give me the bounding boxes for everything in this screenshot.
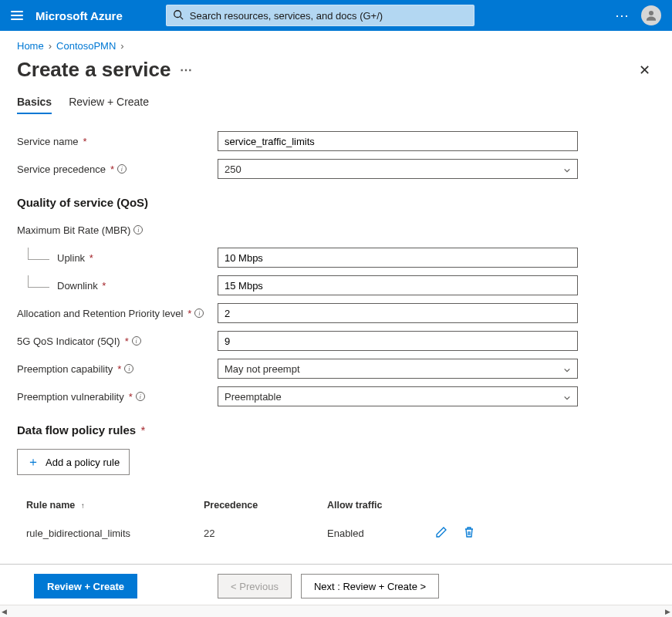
breadcrumb-contosopmn[interactable]: ContosoPMN — [56, 40, 116, 52]
svg-line-1 — [180, 16, 183, 19]
service-precedence-value: 250 — [225, 164, 241, 175]
search-icon — [173, 9, 184, 22]
downlink-input[interactable] — [218, 275, 578, 295]
info-icon[interactable]: i — [133, 225, 143, 234]
tree-branch-icon — [28, 248, 49, 260]
col-rule-name[interactable]: Rule name — [26, 500, 75, 511]
col-precedence[interactable]: Precedence — [204, 500, 327, 511]
next-button[interactable]: Next : Review + Create > — [301, 574, 439, 598]
rules-table: Rule name ↑ Precedence Allow traffic rul… — [17, 492, 655, 548]
label-uplink: Uplink — [57, 252, 85, 264]
info-icon[interactable]: i — [132, 336, 141, 346]
cell-allow: Enabled — [327, 528, 435, 539]
sort-asc-icon: ↑ — [81, 501, 85, 510]
topbar: Microsoft Azure ⋯ — [0, 0, 672, 31]
service-precedence-select[interactable]: 250 — [218, 159, 578, 179]
add-policy-rule-label: Add a policy rule — [46, 457, 120, 468]
section-dataflow-title: Data flow policy rules — [17, 423, 136, 437]
chevron-right-icon: › — [120, 40, 123, 52]
col-allow-traffic[interactable]: Allow traffic — [327, 500, 435, 511]
more-icon[interactable]: ⋯ — [615, 8, 630, 22]
arp-input[interactable] — [218, 303, 578, 323]
search-box[interactable] — [166, 5, 474, 26]
info-icon[interactable]: i — [117, 164, 127, 174]
label-5qi: 5G QoS Indicator (5QI) — [17, 335, 120, 347]
brand: Microsoft Azure — [35, 9, 123, 22]
breadcrumb-home[interactable]: Home — [17, 40, 44, 52]
scroll-left-icon[interactable]: ◀ — [2, 608, 7, 615]
chevron-down-icon — [563, 165, 571, 173]
preempt-vulnerability-value: Preemptable — [225, 391, 282, 403]
chevron-down-icon — [563, 365, 571, 373]
delete-icon[interactable] — [463, 526, 475, 541]
add-policy-rule-button[interactable]: ＋ Add a policy rule — [17, 449, 130, 475]
uplink-input[interactable] — [218, 248, 578, 268]
breadcrumb: Home › ContosoPMN › — [17, 40, 655, 52]
section-qos-title: Quality of service (QoS) — [17, 196, 655, 209]
cell-precedence: 22 — [204, 528, 327, 539]
review-create-button[interactable]: Review + Create — [34, 574, 137, 598]
chevron-down-icon — [563, 393, 571, 400]
label-arp: Allocation and Retention Priority level — [17, 308, 183, 319]
info-icon[interactable]: i — [136, 392, 145, 401]
page-title: Create a service — [17, 58, 171, 82]
previous-button: < Previous — [218, 574, 292, 598]
label-preempt-vuln: Preemption vulnerability — [17, 391, 124, 403]
search-input[interactable] — [190, 10, 468, 22]
close-icon[interactable]: ✕ — [633, 59, 655, 81]
fiveqi-input[interactable] — [218, 331, 578, 351]
svg-point-0 — [174, 10, 181, 17]
info-icon[interactable]: i — [124, 364, 133, 373]
service-name-input[interactable] — [218, 131, 578, 151]
label-service-precedence: Service precedence — [17, 164, 106, 175]
tabs: Basics Review + Create — [17, 96, 655, 114]
tree-branch-icon — [28, 275, 49, 288]
menu-icon[interactable] — [11, 11, 23, 20]
label-service-name: Service name — [17, 136, 78, 147]
preempt-capability-value: May not preempt — [225, 363, 300, 375]
label-mbr: Maximum Bit Rate (MBR) — [17, 224, 130, 236]
horizontal-scrollbar[interactable]: ◀ ▶ — [0, 605, 672, 617]
label-preempt-cap: Preemption capability — [17, 363, 113, 375]
preempt-vulnerability-select[interactable]: Preemptable — [218, 386, 578, 406]
info-icon[interactable]: i — [194, 308, 204, 318]
tab-basics[interactable]: Basics — [17, 96, 52, 114]
svg-point-2 — [649, 11, 653, 15]
preempt-capability-select[interactable]: May not preempt — [218, 359, 578, 379]
more-commands-icon[interactable]: ⋯ — [180, 62, 194, 77]
cell-rule-name: rule_bidirectional_limits — [26, 528, 204, 539]
tab-review-create[interactable]: Review + Create — [69, 96, 149, 114]
avatar[interactable] — [641, 5, 661, 25]
chevron-right-icon: › — [49, 40, 52, 52]
scroll-right-icon[interactable]: ▶ — [665, 608, 670, 615]
plus-icon: ＋ — [27, 456, 39, 468]
edit-icon[interactable] — [435, 526, 447, 541]
table-row: rule_bidirectional_limits 22 Enabled — [17, 518, 655, 548]
label-downlink: Downlink — [57, 280, 98, 292]
